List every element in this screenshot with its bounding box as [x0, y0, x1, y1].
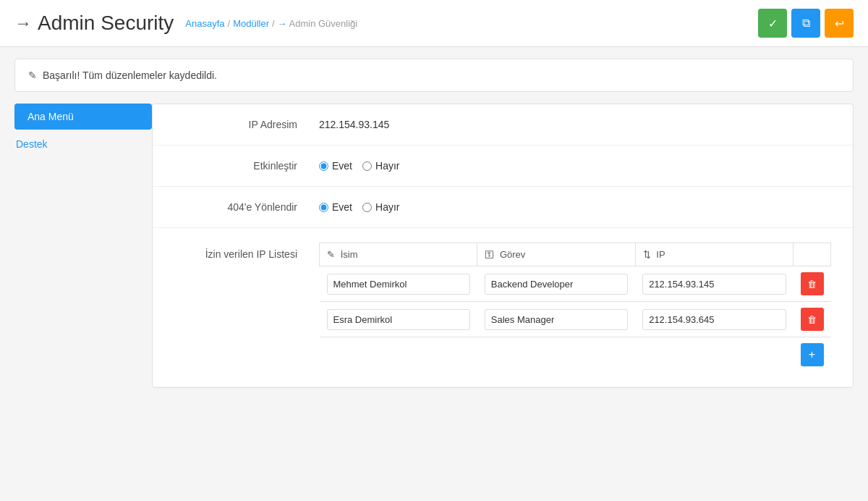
- breadcrumb-modules[interactable]: Modüller: [233, 18, 269, 29]
- cell-name-1: [320, 302, 477, 337]
- ip-row: IP Adresim 212.154.93.145: [153, 104, 853, 146]
- ip-input-1[interactable]: [642, 309, 786, 330]
- role-input-0[interactable]: [485, 274, 628, 295]
- back-button[interactable]: ↩: [825, 9, 854, 38]
- enable-value: Evet Hayır: [319, 160, 831, 172]
- name-input-0[interactable]: [327, 274, 470, 295]
- redirect-no-label: Hayır: [375, 201, 399, 213]
- redirect-radio-group: Evet Hayır: [319, 201, 831, 213]
- cell-delete-0: 🗑: [793, 266, 831, 302]
- breadcrumb-current[interactable]: → Admin Güvenliği: [278, 18, 358, 29]
- th-role: ⚿ Görev: [477, 243, 635, 266]
- redirect-yes-radio[interactable]: [319, 203, 328, 212]
- enable-no-label: Hayır: [375, 160, 399, 172]
- enable-radio-group: Evet Hayır: [319, 160, 831, 172]
- redirect-value: Evet Hayır: [319, 201, 831, 213]
- sort-icon: ⇅: [643, 249, 651, 260]
- breadcrumb-sep1: /: [228, 18, 231, 29]
- add-cell: +: [793, 337, 831, 373]
- page-title: → Admin Security: [14, 12, 174, 35]
- add-spacer: [320, 337, 793, 373]
- enable-no[interactable]: Hayır: [362, 160, 399, 172]
- delete-button-1[interactable]: 🗑: [801, 308, 824, 331]
- header-left: → Admin Security Anasayfa / Modüller / →…: [14, 12, 357, 35]
- header-buttons: ✓ ⧉ ↩: [758, 9, 854, 38]
- success-bar: ✎ Başarılı! Tüm düzenlemeler kaydedildi.: [14, 59, 854, 92]
- cell-ip-0: [635, 266, 793, 302]
- redirect-row: 404'e Yönlendir Evet Hayır: [153, 187, 853, 228]
- enable-label: Etkinleştir: [174, 160, 319, 172]
- arrow-icon: →: [14, 13, 32, 33]
- ip-list-label: İzin verilen IP Listesi: [174, 243, 319, 260]
- redirect-yes[interactable]: Evet: [319, 201, 352, 213]
- pencil-icon: ✎: [28, 70, 37, 81]
- sidebar-menu-button[interactable]: Ana Menü: [14, 104, 152, 130]
- th-name: ✎ İsim: [320, 243, 477, 266]
- main-layout: Ana Menü Destek IP Adresim 212.154.93.14…: [14, 104, 854, 388]
- redirect-no-radio[interactable]: [362, 203, 372, 212]
- th-ip-label: IP: [656, 249, 665, 260]
- ip-input-0[interactable]: [642, 274, 786, 295]
- cell-role-0: [477, 266, 635, 302]
- delete-button-0[interactable]: 🗑: [801, 272, 824, 295]
- enable-yes[interactable]: Evet: [319, 160, 352, 172]
- ip-table-wrapper: ✎ İsim ⚿ Görev ⇅ IP: [319, 243, 831, 372]
- ip-value: 212.154.93.145: [319, 119, 831, 130]
- enable-yes-radio[interactable]: [319, 161, 328, 171]
- ip-list-row: İzin verilen IP Listesi ✎ İsim ⚿: [153, 228, 853, 387]
- cell-name-0: [320, 266, 477, 302]
- redirect-label: 404'e Yönlendir: [174, 201, 319, 213]
- ip-table: ✎ İsim ⚿ Görev ⇅ IP: [319, 243, 831, 372]
- cell-ip-1: [635, 302, 793, 337]
- redirect-no[interactable]: Hayır: [362, 201, 399, 213]
- breadcrumb-home[interactable]: Anasayfa: [185, 18, 224, 29]
- enable-no-radio[interactable]: [362, 161, 372, 171]
- role-icon: ⚿: [485, 249, 494, 260]
- sidebar: Ana Menü Destek: [14, 104, 152, 388]
- edit-icon: ✎: [327, 249, 335, 260]
- save-button[interactable]: ✓: [758, 9, 787, 38]
- table-row: 🗑: [320, 302, 831, 337]
- add-row: +: [320, 337, 831, 373]
- enable-row: Etkinleştir Evet Hayır: [153, 146, 853, 187]
- ip-label: IP Adresim: [174, 119, 319, 130]
- table-header-row: ✎ İsim ⚿ Görev ⇅ IP: [320, 243, 831, 266]
- th-actions: [793, 243, 831, 266]
- th-ip: ⇅ IP: [635, 243, 793, 266]
- add-button[interactable]: +: [801, 343, 824, 366]
- copy-button[interactable]: ⧉: [791, 9, 820, 38]
- th-name-label: İsim: [341, 249, 358, 260]
- header: → Admin Security Anasayfa / Modüller / →…: [0, 0, 868, 47]
- redirect-yes-label: Evet: [332, 201, 352, 213]
- table-row: 🗑: [320, 266, 831, 302]
- content: ✎ Başarılı! Tüm düzenlemeler kaydedildi.…: [0, 47, 868, 400]
- th-role-label: Görev: [500, 249, 525, 260]
- sidebar-support-link[interactable]: Destek: [14, 134, 152, 154]
- role-input-1[interactable]: [485, 309, 628, 330]
- name-input-1[interactable]: [327, 309, 470, 330]
- success-message: Başarılı! Tüm düzenlemeler kaydedildi.: [43, 70, 217, 81]
- enable-yes-label: Evet: [332, 160, 352, 172]
- breadcrumb: Anasayfa / Modüller / → Admin Güvenliği: [185, 18, 357, 29]
- breadcrumb-sep2: /: [272, 18, 275, 29]
- cell-role-1: [477, 302, 635, 337]
- cell-delete-1: 🗑: [793, 302, 831, 337]
- form-area: IP Adresim 212.154.93.145 Etkinleştir Ev…: [152, 104, 854, 388]
